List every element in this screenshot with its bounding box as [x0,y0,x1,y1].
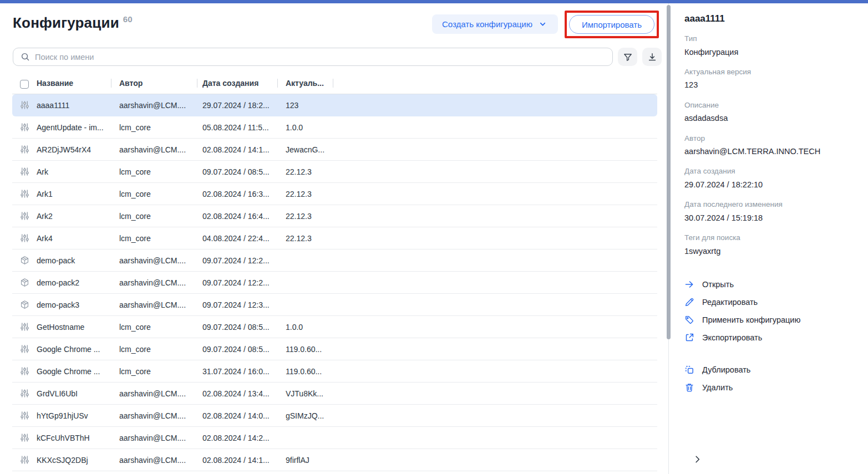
config-name: Google Chrome ... [37,345,119,354]
download-button[interactable] [642,48,662,66]
detail-field-value: Конфигурация [684,47,857,58]
action-label: Удалить [702,383,733,392]
create-configuration-button[interactable]: Создать конфигурацию [432,14,558,34]
table-row[interactable]: Ark lcm_core 09.07.2024 / 08:5... 22.12.… [12,161,657,183]
detail-field-label: Дата последнего изменения [684,199,857,210]
detail-field-value: 29.07.2024 / 18:22:10 [684,179,857,190]
search-input[interactable] [35,53,606,62]
collapse-panel-button[interactable] [691,453,703,465]
column-header-name: Название [37,79,73,88]
download-icon [647,52,657,62]
column-divider [111,79,111,88]
config-created-date: 09.07.2024 / 08:5... [202,345,286,354]
table-row[interactable]: demo-pack2 aarshavin@LCM.... 09.07.2024 … [12,272,657,294]
table-header: Название Автор Дата создания Актуаль... [12,77,657,94]
annotation-highlight-box: Импортировать [565,11,659,38]
detail-field: Описание asdadasdsa [684,100,857,124]
config-created-date: 04.08.2024 / 22:4... [202,234,286,243]
action-label: Дублировать [702,365,750,374]
trash-icon [684,383,694,393]
sliders-icon [12,167,37,176]
config-author: aarshavin@LCM.... [119,278,202,287]
detail-field: Дата создания 29.07.2024 / 18:22:10 [684,166,857,190]
action-item[interactable]: Применить конфигурацию [684,311,857,329]
config-version: 22.12.3 [286,190,657,198]
detail-field-label: Актуальная версия [684,67,857,78]
package-icon [12,300,37,309]
column-header-author: Автор [119,79,143,88]
scrollbar-thumb[interactable] [667,5,671,339]
action-item[interactable]: Дублировать [684,361,857,379]
table-row[interactable]: demo-pack aarshavin@LCM.... 09.07.2024 /… [12,249,657,272]
table-row[interactable]: Google Chrome ... lcm_core 31.07.2024 / … [12,360,657,383]
action-item[interactable]: Редактировать [684,293,857,311]
table-row[interactable]: Ark2 lcm_core 02.08.2024 / 16:4... 22.12… [12,205,657,227]
config-created-date: 02.08.2024 / 14:0... [202,411,286,420]
config-author: lcm_core [119,234,202,243]
sliders-icon [12,411,37,420]
sliders-icon [12,123,37,132]
action-label: Экспортировать [702,333,762,342]
sliders-icon [12,389,37,398]
arrow-right-icon [684,279,694,289]
select-all-checkbox[interactable] [20,80,29,89]
detail-field: Теги для поиска 1swyaxrtg [684,232,857,257]
details-actions-primary: Открыть Редактировать Применить конфигур… [684,276,857,346]
table-row[interactable]: Ark1 lcm_core 02.08.2024 / 16:3... 22.12… [12,183,657,205]
package-icon [12,256,37,265]
detail-field: Дата последнего изменения 30.07.2024 / 1… [684,199,857,223]
table-row[interactable]: hYtGp91hjUSv aarshavin@LCM.... 02.08.202… [12,405,657,427]
config-name: kCFcUhVBThH [37,434,119,442]
sliders-icon [12,189,37,198]
config-created-date: 31.07.2024 / 16:0... [202,367,286,376]
filter-button[interactable] [618,48,637,66]
config-name: AR2DjJW54rX4 [37,145,119,154]
action-label: Применить конфигурацию [702,315,800,324]
chevron-right-icon [692,454,702,464]
table-row[interactable]: kCFcUhVBThH aarshavin@LCM.... 02.08.2024… [12,427,657,449]
config-created-date: 02.08.2024 / 13:4... [202,389,286,398]
config-name: GetHostname [37,323,119,332]
config-created-date: 09.07.2024 / 12:2... [202,256,286,265]
import-button[interactable]: Импортировать [569,15,654,34]
action-item[interactable]: Удалить [684,379,857,396]
pencil-icon [684,297,694,307]
funnel-icon [623,52,633,62]
config-created-date: 02.08.2024 / 16:4... [202,212,286,221]
table-row[interactable]: demo-pack3 aarshavin@LCM.... 09.07.2024 … [12,294,657,316]
detail-field-label: Дата создания [684,166,857,177]
table-row[interactable]: KKXcSJQ2DBj aarshavin@LCM.... 02.08.2024… [12,449,657,471]
table-row[interactable]: AgentUpdate - im... lcm_core 05.08.2024 … [12,116,657,139]
table-row[interactable]: Ark4 lcm_core 04.08.2024 / 22:4... 22.12… [12,227,657,249]
sliders-icon [12,455,37,465]
config-name: GrdVLI6UbI [37,389,119,398]
config-author: aarshavin@LCM.... [119,300,202,309]
action-item[interactable]: Открыть [684,276,857,293]
table-row[interactable]: GetHostname lcm_core 09.07.2024 / 08:5..… [12,316,657,338]
sliders-icon [12,322,37,332]
sliders-icon [12,211,37,221]
config-created-date: 09.07.2024 / 12:3... [202,300,286,309]
config-version: 22.12.3 [286,167,657,176]
config-name: KKXcSJQ2DBj [37,456,119,465]
detail-field: Автор aarshavin@LCM.TERRA.INNO.TECH [684,133,857,157]
table-row[interactable]: GrdVLI6UbI aarshavin@LCM.... 02.08.2024 … [12,383,657,405]
page-title: Конфигурации [13,14,119,31]
action-item[interactable]: Экспортировать [684,329,857,346]
sliders-icon [12,433,37,442]
detail-field-label: Тип [684,33,857,44]
vertical-scrollbar [667,3,671,474]
config-version: 22.12.3 [286,212,657,221]
configurations-table: Название Автор Дата создания Актуаль... … [12,77,657,471]
details-title: aaaa1111 [684,13,857,24]
table-row[interactable]: aaaa1111 aarshavin@LCM.... 29.07.2024 / … [12,94,657,116]
page-header: Конфигурации60 [13,14,133,32]
column-header-version: Актуаль... [286,79,324,88]
search-icon [20,52,30,62]
duplicate-icon [684,365,694,375]
table-row[interactable]: Google Chrome ... lcm_core 09.07.2024 / … [12,338,657,360]
config-created-date: 05.08.2024 / 11:5... [202,123,286,132]
config-version: 119.0.60... [286,367,657,376]
table-row[interactable]: AR2DjJW54rX4 aarshavin@LCM.... 02.08.202… [12,139,657,161]
sliders-icon [12,366,37,376]
